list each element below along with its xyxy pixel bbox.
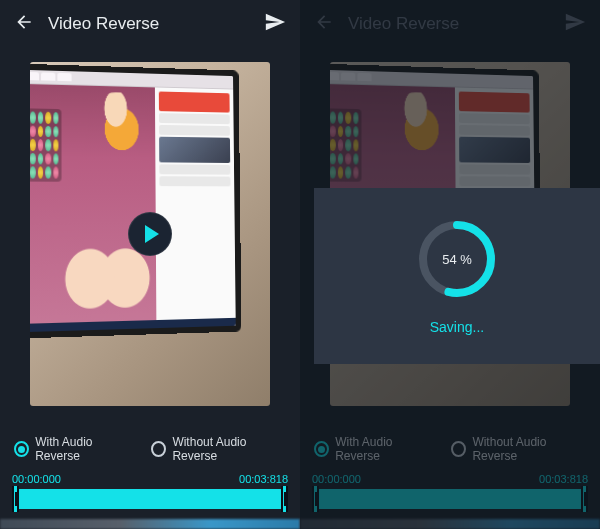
- radio-with-audio[interactable]: With Audio Reverse: [14, 435, 133, 463]
- radio-icon: [14, 441, 29, 457]
- trim-handle-right: [581, 486, 588, 512]
- trim-handle-right[interactable]: [281, 486, 288, 512]
- page-title: Video Reverse: [348, 14, 550, 34]
- play-icon[interactable]: [128, 212, 172, 256]
- radio-label: With Audio Reverse: [335, 435, 433, 463]
- radio-label: With Audio Reverse: [35, 435, 133, 463]
- radio-label: Without Audio Reverse: [472, 435, 586, 463]
- header: Video Reverse: [0, 0, 300, 48]
- radio-label: Without Audio Reverse: [172, 435, 286, 463]
- bottom-strip: [300, 519, 600, 529]
- radio-with-audio: With Audio Reverse: [314, 435, 433, 463]
- trim-handle-left: [312, 486, 319, 512]
- header: Video Reverse: [300, 0, 600, 48]
- radio-icon: [151, 441, 166, 457]
- time-end: 00:03:818: [239, 473, 288, 485]
- time-bar: 00:00:000 00:03:818: [0, 469, 300, 519]
- time-start: 00:00:000: [12, 473, 61, 485]
- audio-options: With Audio Reverse Without Audio Reverse: [0, 425, 300, 469]
- audio-options: With Audio Reverse Without Audio Reverse: [300, 425, 600, 469]
- video-preview: [0, 48, 300, 425]
- trim-scrubber: [312, 489, 588, 509]
- trim-handle-left[interactable]: [12, 486, 19, 512]
- page-title: Video Reverse: [48, 14, 250, 34]
- radio-icon: [314, 441, 329, 457]
- back-icon[interactable]: [14, 12, 34, 36]
- confirm-send-icon[interactable]: [564, 11, 586, 37]
- radio-without-audio[interactable]: Without Audio Reverse: [151, 435, 286, 463]
- radio-without-audio: Without Audio Reverse: [451, 435, 586, 463]
- time-end: 00:03:818: [539, 473, 588, 485]
- screen-edit: Video Reverse: [0, 0, 300, 529]
- time-bar: 00:00:000 00:03:818: [300, 469, 600, 519]
- radio-icon: [451, 441, 466, 457]
- saving-status: Saving...: [430, 319, 484, 335]
- confirm-send-icon[interactable]: [264, 11, 286, 37]
- progress-percent: 54 %: [442, 252, 472, 267]
- bottom-strip: [0, 519, 300, 529]
- trim-scrubber[interactable]: [12, 489, 288, 509]
- time-start: 00:00:000: [312, 473, 361, 485]
- back-icon[interactable]: [314, 12, 334, 36]
- saving-modal: 54 % Saving...: [314, 188, 600, 364]
- progress-ring: 54 %: [415, 217, 499, 301]
- video-frame[interactable]: [30, 62, 270, 406]
- screen-saving: Video Reverse: [300, 0, 600, 529]
